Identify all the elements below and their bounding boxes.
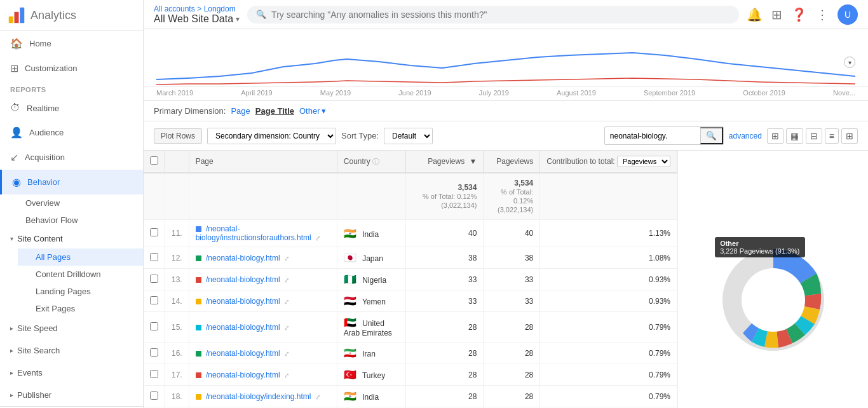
row-country-name: Nigeria [362,276,386,285]
table-row: 11. /neonatal-biology/instructionsforaut… [144,220,677,247]
chart-toggle-btn[interactable]: ▾ [844,57,855,68]
row-page-link[interactable]: /neonatal-biology.html [206,297,280,306]
row-page-link[interactable]: /neonatal-biology.html [206,275,280,284]
row-checkbox[interactable] [150,370,158,378]
sidebar-item-landing-pages[interactable]: Landing Pages [18,283,143,300]
row-flag-icon: 🇮🇳 [344,391,356,402]
advanced-link[interactable]: advanced [729,132,762,140]
contribution-select[interactable]: Pageviews [617,156,670,167]
row-ext-icon[interactable]: ⤤ [315,235,320,241]
sidebar-item-behavior[interactable]: ◉ Behavior [0,170,143,194]
sidebar-item-publisher[interactable]: ▸ Publisher [0,384,143,406]
date-label-2: May 2019 [320,89,351,97]
sparklines-view-btn[interactable]: ⊞ [841,128,858,144]
row-checkbox[interactable] [150,391,158,400]
property-dropdown-arrow: ▾ [236,15,240,24]
row-country: 🇮🇳 India [337,386,405,407]
customization-icon: ⊞ [10,62,18,74]
row-flag-icon: 🇮🇳 [344,228,356,239]
dim-page-link[interactable]: Page [231,106,250,116]
sidebar-item-all-pages[interactable]: All Pages [18,248,143,266]
row-ext-icon[interactable]: ⤤ [284,298,289,305]
row-checkbox[interactable] [150,228,158,236]
breadcrumb-all-accounts[interactable]: All accounts [154,4,195,13]
dim-page-title-link[interactable]: Page Title [255,106,294,116]
comparison-view-btn[interactable]: ≡ [825,128,839,144]
sidebar-item-acquisition[interactable]: ↙ Acquisition [0,145,143,170]
row-page-link[interactable]: /neonatal-biology/instructionsforauthors… [196,224,311,242]
secondary-dimension-select[interactable]: Secondary dimension: Country [207,128,336,144]
row-ext-icon[interactable]: ⤤ [315,393,320,400]
sidebar-item-audience-label: Audience [29,128,64,137]
row-pct: 0.79% [540,386,677,407]
search-filter: 🔍 [604,126,724,145]
row-checkbox[interactable] [150,296,158,304]
row-page-link[interactable]: /neonatal-biology.html [206,254,280,262]
row-checkbox[interactable] [150,348,158,357]
row-ext-icon[interactable]: ⤤ [284,255,289,262]
sort-type-select[interactable]: Default [384,128,433,144]
sidebar-item-events[interactable]: ▸ Events [0,362,143,384]
dim-other-dropdown[interactable]: Other ▾ [299,106,326,116]
pivot-view-btn[interactable]: ⊟ [806,128,822,144]
search-input[interactable] [271,10,730,20]
row-pct: 0.93% [540,269,677,290]
select-all-checkbox[interactable] [150,156,158,165]
row-checkbox[interactable] [150,253,158,261]
plot-rows-button[interactable]: Plot Rows [154,128,202,144]
filter-search-button[interactable]: 🔍 [700,127,723,144]
sidebar-item-exit-pages[interactable]: Exit Pages [18,300,143,317]
sidebar-item-home[interactable]: 🏠 Home [0,31,143,56]
date-label-5: August 2019 [557,89,596,97]
sidebar-item-realtime[interactable]: ⏱ Realtime [0,96,143,120]
table-view-btn[interactable]: ⊞ [767,128,783,144]
row-ext-icon[interactable]: ⤤ [284,324,289,331]
date-label-6: September 2019 [644,89,695,97]
search-bar[interactable]: 🔍 [247,6,739,24]
dim-other-arrow: ▾ [322,106,326,116]
row-pct: 0.79% [540,364,677,386]
row-page-link[interactable]: /neonatal-biology.html [206,349,280,358]
sidebar-item-overview[interactable]: Overview [0,194,143,212]
sidebar-item-site-speed[interactable]: ▸ Site Speed [0,317,143,339]
sidebar-group-site-content[interactable]: ▾ Site Content [0,229,143,248]
more-options-icon[interactable]: ⋮ [816,7,829,22]
sidebar-item-behavior-flow[interactable]: Behavior Flow [0,212,143,229]
row-ext-icon[interactable]: ⤤ [284,276,289,283]
row-page-link[interactable]: /neonatal-biology/indexing.html [206,392,311,401]
row-flag-icon: 🇳🇬 [344,274,356,285]
reports-section-label: REPORTS [0,81,143,96]
property-selector[interactable]: All Web Site Data ▾ [154,13,240,25]
logo-area: Analytics [0,0,143,31]
svg-rect-2 [20,8,24,24]
th-num [165,151,189,173]
user-avatar[interactable]: U [837,4,858,25]
row-page: /neonatal-biology.html ⤤ [189,343,337,364]
help-icon[interactable]: ❓ [791,7,807,22]
row-ext-icon[interactable]: ⤤ [284,372,289,379]
date-label-0: March 2019 [156,89,193,97]
sidebar-item-customization[interactable]: ⊞ Customization [0,56,143,81]
breadcrumb-account[interactable]: Longdom [204,4,236,13]
row-checkbox[interactable] [150,322,158,330]
notifications-icon[interactable]: 🔔 [747,7,763,22]
row-checkbox[interactable] [150,275,158,283]
row-page-link[interactable]: /neonatal-biology.html [206,371,280,379]
report-content: ▾ March 2019 April 2019 May 2019 June 20… [144,29,868,408]
sidebar-item-content-drilldown[interactable]: Content Drilldown [18,266,143,283]
row-ext-icon[interactable]: ⤤ [284,350,289,357]
chart-area: ▾ [144,29,868,86]
filter-input[interactable] [605,129,700,143]
row-page: /neonatal-biology.html ⤤ [189,364,337,386]
behavior-icon: ◉ [12,176,21,188]
row-page-link[interactable]: /neonatal-biology.html [206,323,280,332]
bar-view-btn[interactable]: ▦ [786,128,803,144]
apps-icon[interactable]: ⊞ [771,7,782,22]
data-table: Page Country ⓘ Pageviews ▼ Pag [144,151,677,408]
row-pageviews-sort: 33 [406,269,484,290]
th-pageviews-sort[interactable]: Pageviews ▼ [406,151,484,173]
sidebar-item-audience[interactable]: 👤 Audience [0,120,143,145]
sidebar-item-site-search[interactable]: ▸ Site Search [0,339,143,362]
row-color-dot [196,277,201,283]
main-content: All accounts > Longdom All Web Site Data… [144,0,868,408]
